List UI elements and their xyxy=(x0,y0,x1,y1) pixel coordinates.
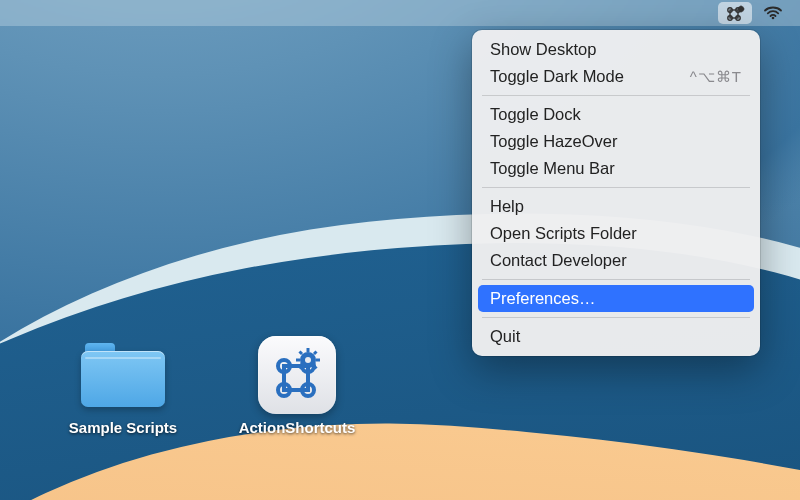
svg-point-10 xyxy=(772,17,775,20)
menu-item-label: Toggle HazeOver xyxy=(490,132,617,151)
menu-item-label: Preferences… xyxy=(490,289,595,308)
menu-item-open-scripts-folder[interactable]: Open Scripts Folder xyxy=(478,220,754,247)
menu-item-label: Toggle Menu Bar xyxy=(490,159,615,178)
menu-item-label: Open Scripts Folder xyxy=(490,224,637,243)
wifi-icon[interactable] xyxy=(756,2,790,24)
menu-item-label: Quit xyxy=(490,327,520,346)
menu-item-show-desktop[interactable]: Show Desktop xyxy=(478,36,754,63)
folder-icon xyxy=(78,338,168,412)
desktop: Show Desktop Toggle Dark Mode ^⌥⌘T Toggl… xyxy=(0,0,800,500)
svg-line-24 xyxy=(300,366,303,369)
menu-item-shortcut: ^⌥⌘T xyxy=(690,68,742,86)
svg-point-5 xyxy=(738,6,744,12)
menu-separator xyxy=(482,187,750,188)
desktop-icon-label: ActionShortcuts xyxy=(239,419,356,436)
desktop-icon-label: Sample Scripts xyxy=(69,419,177,436)
menu-separator xyxy=(482,95,750,96)
desktop-icon-sample-scripts[interactable]: Sample Scripts xyxy=(58,338,188,436)
app-menu-dropdown: Show Desktop Toggle Dark Mode ^⌥⌘T Toggl… xyxy=(472,30,760,356)
menu-item-label: Toggle Dock xyxy=(490,105,581,124)
menu-item-label: Toggle Dark Mode xyxy=(490,67,624,86)
app-icon xyxy=(252,338,342,412)
menu-bar xyxy=(0,0,800,26)
menu-item-toggle-dark-mode[interactable]: Toggle Dark Mode ^⌥⌘T xyxy=(478,63,754,90)
menu-item-contact-developer[interactable]: Contact Developer xyxy=(478,247,754,274)
menu-item-label: Contact Developer xyxy=(490,251,627,270)
menu-item-preferences[interactable]: Preferences… xyxy=(478,285,754,312)
menu-item-label: Help xyxy=(490,197,524,216)
menu-item-label: Show Desktop xyxy=(490,40,596,59)
svg-point-17 xyxy=(305,357,311,363)
svg-line-25 xyxy=(314,366,317,369)
desktop-icons: Sample Scripts xyxy=(58,338,362,436)
menu-separator xyxy=(482,317,750,318)
menu-separator xyxy=(482,279,750,280)
svg-line-23 xyxy=(314,352,317,355)
desktop-icon-actionshortcuts[interactable]: ActionShortcuts xyxy=(232,338,362,436)
svg-line-22 xyxy=(300,352,303,355)
menu-item-toggle-hazeover[interactable]: Toggle HazeOver xyxy=(478,128,754,155)
menu-item-help[interactable]: Help xyxy=(478,193,754,220)
menu-item-toggle-dock[interactable]: Toggle Dock xyxy=(478,101,754,128)
menu-item-quit[interactable]: Quit xyxy=(478,323,754,350)
menu-item-toggle-menu-bar[interactable]: Toggle Menu Bar xyxy=(478,155,754,182)
actionshortcuts-menubar-icon[interactable] xyxy=(718,2,752,24)
